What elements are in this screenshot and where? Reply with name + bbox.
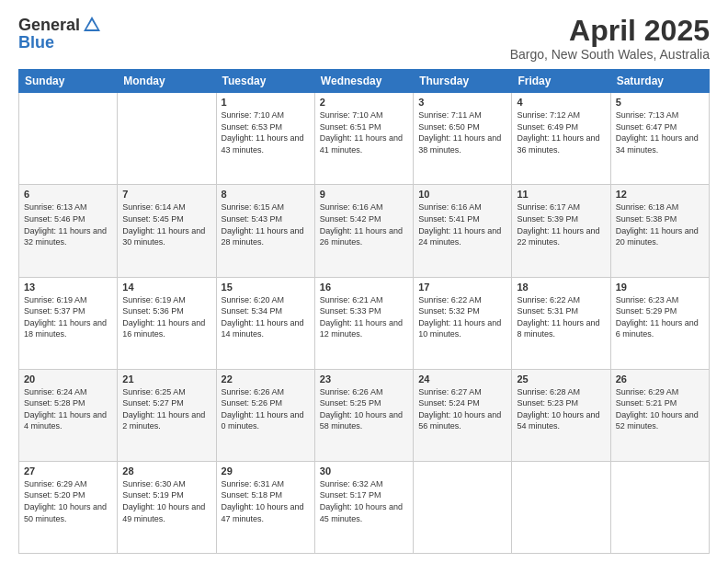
day-info: Sunrise: 6:26 AM Sunset: 5:25 PM Dayligh… xyxy=(320,386,408,432)
day-number: 24 xyxy=(418,373,506,385)
day-number: 15 xyxy=(222,282,310,293)
day-info: Sunrise: 6:24 AM Sunset: 5:28 PM Dayligh… xyxy=(24,386,112,432)
day-number: 10 xyxy=(418,189,506,200)
calendar-day-cell xyxy=(512,461,610,553)
logo-blue-text: Blue xyxy=(18,33,54,52)
calendar-week-row: 1Sunrise: 7:10 AM Sunset: 6:53 PM Daylig… xyxy=(19,93,710,185)
day-number: 3 xyxy=(418,97,506,108)
day-info: Sunrise: 7:13 AM Sunset: 6:47 PM Dayligh… xyxy=(616,109,704,155)
calendar-day-cell: 27Sunrise: 6:29 AM Sunset: 5:20 PM Dayli… xyxy=(19,461,118,553)
calendar-day-cell: 15Sunrise: 6:20 AM Sunset: 5:34 PM Dayli… xyxy=(216,277,314,369)
calendar-table: Sunday Monday Tuesday Wednesday Thursday… xyxy=(18,69,710,554)
day-number: 29 xyxy=(222,465,310,477)
calendar-day-cell: 22Sunrise: 6:26 AM Sunset: 5:26 PM Dayli… xyxy=(216,369,314,461)
day-info: Sunrise: 6:31 AM Sunset: 5:18 PM Dayligh… xyxy=(222,478,310,524)
day-number: 28 xyxy=(122,465,210,477)
day-info: Sunrise: 6:30 AM Sunset: 5:19 PM Dayligh… xyxy=(122,478,210,524)
calendar-day-cell: 19Sunrise: 6:23 AM Sunset: 5:29 PM Dayli… xyxy=(610,277,709,369)
day-info: Sunrise: 7:10 AM Sunset: 6:53 PM Dayligh… xyxy=(222,109,310,155)
day-number: 25 xyxy=(517,373,605,385)
calendar-day-cell: 14Sunrise: 6:19 AM Sunset: 5:36 PM Dayli… xyxy=(118,277,216,369)
calendar-day-cell: 25Sunrise: 6:28 AM Sunset: 5:23 PM Dayli… xyxy=(512,369,610,461)
col-tuesday: Tuesday xyxy=(216,70,314,93)
day-info: Sunrise: 6:22 AM Sunset: 5:31 PM Dayligh… xyxy=(517,294,605,340)
calendar-week-row: 20Sunrise: 6:24 AM Sunset: 5:28 PM Dayli… xyxy=(19,369,710,461)
logo-general-text: General xyxy=(18,16,80,35)
calendar-day-cell: 4Sunrise: 7:12 AM Sunset: 6:49 PM Daylig… xyxy=(512,93,610,185)
calendar-day-cell xyxy=(19,93,118,185)
day-info: Sunrise: 6:26 AM Sunset: 5:26 PM Dayligh… xyxy=(222,386,310,432)
day-number: 8 xyxy=(222,189,310,200)
col-thursday: Thursday xyxy=(414,70,512,93)
col-wednesday: Wednesday xyxy=(314,70,413,93)
day-number: 4 xyxy=(517,97,605,108)
day-number: 9 xyxy=(320,189,408,200)
day-info: Sunrise: 6:16 AM Sunset: 5:41 PM Dayligh… xyxy=(418,201,506,247)
calendar-day-cell: 24Sunrise: 6:27 AM Sunset: 5:24 PM Dayli… xyxy=(414,369,512,461)
day-number: 30 xyxy=(320,465,408,477)
day-number: 2 xyxy=(320,97,408,108)
calendar-day-cell: 23Sunrise: 6:26 AM Sunset: 5:25 PM Dayli… xyxy=(314,369,413,461)
day-info: Sunrise: 6:21 AM Sunset: 5:33 PM Dayligh… xyxy=(320,294,408,340)
col-sunday: Sunday xyxy=(19,70,118,93)
calendar-week-row: 13Sunrise: 6:19 AM Sunset: 5:37 PM Dayli… xyxy=(19,277,710,369)
calendar-day-cell: 8Sunrise: 6:15 AM Sunset: 5:43 PM Daylig… xyxy=(216,185,314,277)
day-info: Sunrise: 6:17 AM Sunset: 5:39 PM Dayligh… xyxy=(517,201,605,247)
calendar-day-cell: 11Sunrise: 6:17 AM Sunset: 5:39 PM Dayli… xyxy=(512,185,610,277)
day-info: Sunrise: 6:15 AM Sunset: 5:43 PM Dayligh… xyxy=(222,201,310,247)
calendar-day-cell xyxy=(118,93,216,185)
day-info: Sunrise: 7:10 AM Sunset: 6:51 PM Dayligh… xyxy=(320,109,408,155)
calendar-day-cell: 20Sunrise: 6:24 AM Sunset: 5:28 PM Dayli… xyxy=(19,369,118,461)
calendar-day-cell: 10Sunrise: 6:16 AM Sunset: 5:41 PM Dayli… xyxy=(414,185,512,277)
calendar-day-cell: 21Sunrise: 6:25 AM Sunset: 5:27 PM Dayli… xyxy=(118,369,216,461)
calendar-day-cell: 2Sunrise: 7:10 AM Sunset: 6:51 PM Daylig… xyxy=(314,93,413,185)
day-info: Sunrise: 6:29 AM Sunset: 5:20 PM Dayligh… xyxy=(24,478,112,524)
logo-line1: General xyxy=(18,15,102,35)
calendar-day-cell xyxy=(414,461,512,553)
calendar-day-cell: 1Sunrise: 7:10 AM Sunset: 6:53 PM Daylig… xyxy=(216,93,314,185)
day-number: 18 xyxy=(517,282,605,293)
day-number: 27 xyxy=(24,465,112,477)
logo-icon xyxy=(82,15,102,35)
calendar-day-cell: 9Sunrise: 6:16 AM Sunset: 5:42 PM Daylig… xyxy=(314,185,413,277)
calendar-day-cell: 17Sunrise: 6:22 AM Sunset: 5:32 PM Dayli… xyxy=(414,277,512,369)
day-info: Sunrise: 7:12 AM Sunset: 6:49 PM Dayligh… xyxy=(517,109,605,155)
calendar-day-cell: 30Sunrise: 6:32 AM Sunset: 5:17 PM Dayli… xyxy=(314,461,413,553)
day-number: 17 xyxy=(418,282,506,293)
day-number: 16 xyxy=(320,282,408,293)
page: General Blue April 2025 Bargo, New South… xyxy=(0,0,728,563)
calendar-week-row: 27Sunrise: 6:29 AM Sunset: 5:20 PM Dayli… xyxy=(19,461,710,553)
logo: General Blue xyxy=(18,15,102,52)
day-info: Sunrise: 6:16 AM Sunset: 5:42 PM Dayligh… xyxy=(320,201,408,247)
day-info: Sunrise: 6:18 AM Sunset: 5:38 PM Dayligh… xyxy=(616,201,704,247)
day-info: Sunrise: 6:32 AM Sunset: 5:17 PM Dayligh… xyxy=(320,478,408,524)
day-info: Sunrise: 6:25 AM Sunset: 5:27 PM Dayligh… xyxy=(122,386,210,432)
day-info: Sunrise: 6:14 AM Sunset: 5:45 PM Dayligh… xyxy=(122,201,210,247)
day-info: Sunrise: 6:23 AM Sunset: 5:29 PM Dayligh… xyxy=(616,294,704,340)
calendar-day-cell: 28Sunrise: 6:30 AM Sunset: 5:19 PM Dayli… xyxy=(118,461,216,553)
day-number: 26 xyxy=(616,373,704,385)
day-info: Sunrise: 6:22 AM Sunset: 5:32 PM Dayligh… xyxy=(418,294,506,340)
page-subtitle: Bargo, New South Wales, Australia xyxy=(510,47,710,62)
day-number: 11 xyxy=(517,189,605,200)
calendar-day-cell xyxy=(610,461,709,553)
day-number: 20 xyxy=(24,373,112,385)
day-info: Sunrise: 6:27 AM Sunset: 5:24 PM Dayligh… xyxy=(418,386,506,432)
day-number: 1 xyxy=(222,97,310,108)
calendar-day-cell: 13Sunrise: 6:19 AM Sunset: 5:37 PM Dayli… xyxy=(19,277,118,369)
calendar-week-row: 6Sunrise: 6:13 AM Sunset: 5:46 PM Daylig… xyxy=(19,185,710,277)
col-monday: Monday xyxy=(118,70,216,93)
day-info: Sunrise: 6:20 AM Sunset: 5:34 PM Dayligh… xyxy=(222,294,310,340)
page-title: April 2025 xyxy=(510,15,710,47)
calendar-day-cell: 6Sunrise: 6:13 AM Sunset: 5:46 PM Daylig… xyxy=(19,185,118,277)
calendar-day-cell: 26Sunrise: 6:29 AM Sunset: 5:21 PM Dayli… xyxy=(610,369,709,461)
day-info: Sunrise: 6:19 AM Sunset: 5:37 PM Dayligh… xyxy=(24,294,112,340)
day-number: 22 xyxy=(222,373,310,385)
day-info: Sunrise: 6:13 AM Sunset: 5:46 PM Dayligh… xyxy=(24,201,112,247)
day-number: 12 xyxy=(616,189,704,200)
calendar-day-cell: 5Sunrise: 7:13 AM Sunset: 6:47 PM Daylig… xyxy=(610,93,709,185)
calendar-day-cell: 3Sunrise: 7:11 AM Sunset: 6:50 PM Daylig… xyxy=(414,93,512,185)
col-friday: Friday xyxy=(512,70,610,93)
title-block: April 2025 Bargo, New South Wales, Austr… xyxy=(510,15,710,62)
day-number: 5 xyxy=(616,97,704,108)
